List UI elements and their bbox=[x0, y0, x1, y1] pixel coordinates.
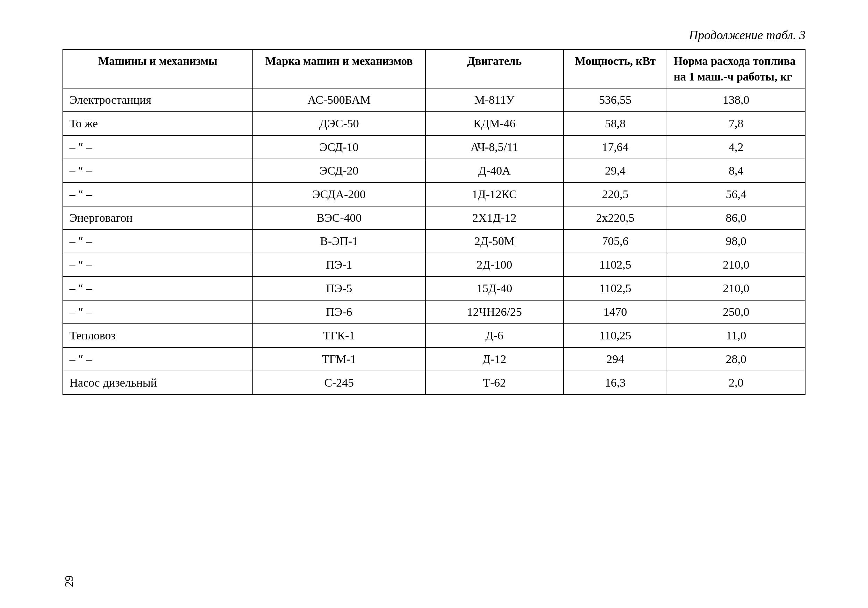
cell-fuel: 86,0 bbox=[667, 206, 805, 230]
cell-fuel: 56,4 bbox=[667, 183, 805, 206]
cell-engine: 12ЧН26/25 bbox=[425, 300, 564, 324]
cell-fuel: 210,0 bbox=[667, 253, 805, 277]
cell-brand: ПЭ-5 bbox=[253, 277, 425, 300]
table-row: То жеДЭС-50КДМ-4658,87,8 bbox=[63, 112, 805, 135]
cell-engine: 15Д-40 bbox=[425, 277, 564, 300]
cell-power: 58,8 bbox=[564, 112, 667, 135]
cell-fuel: 7,8 bbox=[667, 112, 805, 135]
cell-fuel: 2,0 bbox=[667, 371, 805, 395]
continuation-title: Продолжение табл. 3 bbox=[62, 28, 806, 42]
cell-engine: М-811У bbox=[425, 88, 564, 112]
cell-engine: КДМ-46 bbox=[425, 112, 564, 135]
cell-machine: То же bbox=[63, 112, 253, 135]
table-row: – ″ –ЭСД-20Д-40А29,48,4 bbox=[63, 159, 805, 183]
cell-power: 110,25 bbox=[564, 324, 667, 347]
cell-brand: С-245 bbox=[253, 371, 425, 395]
header-power: Мощность, кВт bbox=[564, 50, 667, 88]
cell-fuel: 8,4 bbox=[667, 159, 805, 183]
cell-brand: ТГМ-1 bbox=[253, 347, 425, 371]
cell-engine: 2Д-100 bbox=[425, 253, 564, 277]
cell-power: 17,64 bbox=[564, 135, 667, 159]
table-row: – ″ –В-ЭП-12Д-50М705,698,0 bbox=[63, 229, 805, 253]
cell-brand: АС-500БАМ bbox=[253, 88, 425, 112]
cell-machine: – ″ – bbox=[63, 347, 253, 371]
cell-fuel: 138,0 bbox=[667, 88, 805, 112]
cell-machine: – ″ – bbox=[63, 277, 253, 300]
header-fuel: Норма расхода топлива на 1 маш.-ч работы… bbox=[667, 50, 805, 88]
cell-power: 29,4 bbox=[564, 159, 667, 183]
table-row: – ″ –ПЭ-612ЧН26/251470250,0 bbox=[63, 300, 805, 324]
cell-brand: В-ЭП-1 bbox=[253, 229, 425, 253]
table-row: ТепловозТГК-1Д-6110,2511,0 bbox=[63, 324, 805, 347]
cell-machine: – ″ – bbox=[63, 183, 253, 206]
cell-power: 1470 bbox=[564, 300, 667, 324]
cell-machine: – ″ – bbox=[63, 229, 253, 253]
cell-fuel: 98,0 bbox=[667, 229, 805, 253]
cell-machine: – ″ – bbox=[63, 300, 253, 324]
cell-fuel: 210,0 bbox=[667, 277, 805, 300]
cell-engine: АЧ-8,5/11 bbox=[425, 135, 564, 159]
cell-fuel: 250,0 bbox=[667, 300, 805, 324]
page-number: 29 bbox=[62, 576, 76, 587]
cell-machine: – ″ – bbox=[63, 253, 253, 277]
header-brand: Марка машин и механизмов bbox=[253, 50, 425, 88]
cell-machine: Электростанция bbox=[63, 88, 253, 112]
cell-power: 536,55 bbox=[564, 88, 667, 112]
cell-brand: ЭСДА-200 bbox=[253, 183, 425, 206]
table-row: – ″ –ЭСДА-2001Д-12КС220,556,4 bbox=[63, 183, 805, 206]
header-engine: Двигатель bbox=[425, 50, 564, 88]
header-machines: Машины и механизмы bbox=[63, 50, 253, 88]
cell-brand: ВЭС-400 bbox=[253, 206, 425, 230]
cell-engine: Т-62 bbox=[425, 371, 564, 395]
table-row: – ″ –ПЭ-515Д-401102,5210,0 bbox=[63, 277, 805, 300]
cell-brand: ТГК-1 bbox=[253, 324, 425, 347]
cell-brand: ЭСД-10 bbox=[253, 135, 425, 159]
cell-fuel: 11,0 bbox=[667, 324, 805, 347]
cell-machine: Тепловоз bbox=[63, 324, 253, 347]
table-row: – ″ –ЭСД-10АЧ-8,5/1117,644,2 bbox=[63, 135, 805, 159]
cell-power: 2х220,5 bbox=[564, 206, 667, 230]
cell-machine: Энерговагон bbox=[63, 206, 253, 230]
table-row: Насос дизельныйС-245Т-6216,32,0 bbox=[63, 371, 805, 395]
cell-machine: – ″ – bbox=[63, 135, 253, 159]
cell-engine: 2Д-50М bbox=[425, 229, 564, 253]
cell-engine: Д-6 bbox=[425, 324, 564, 347]
cell-engine: 2Х1Д-12 bbox=[425, 206, 564, 230]
cell-brand: ЭСД-20 bbox=[253, 159, 425, 183]
cell-power: 1102,5 bbox=[564, 253, 667, 277]
cell-engine: 1Д-12КС bbox=[425, 183, 564, 206]
table-row: ЭлектростанцияАС-500БАММ-811У536,55138,0 bbox=[63, 88, 805, 112]
cell-fuel: 4,2 bbox=[667, 135, 805, 159]
table-row: ЭнерговагонВЭС-4002Х1Д-122х220,586,0 bbox=[63, 206, 805, 230]
cell-brand: ПЭ-1 bbox=[253, 253, 425, 277]
page: Продолжение табл. 3 Машины и механизмы М… bbox=[0, 0, 868, 608]
cell-fuel: 28,0 bbox=[667, 347, 805, 371]
cell-power: 1102,5 bbox=[564, 277, 667, 300]
cell-brand: ПЭ-6 bbox=[253, 300, 425, 324]
cell-brand: ДЭС-50 bbox=[253, 112, 425, 135]
cell-machine: – ″ – bbox=[63, 159, 253, 183]
table-row: – ″ –ПЭ-12Д-1001102,5210,0 bbox=[63, 253, 805, 277]
cell-engine: Д-12 bbox=[425, 347, 564, 371]
cell-power: 220,5 bbox=[564, 183, 667, 206]
table-row: – ″ –ТГМ-1Д-1229428,0 bbox=[63, 347, 805, 371]
cell-power: 705,6 bbox=[564, 229, 667, 253]
main-table: Машины и механизмы Марка машин и механиз… bbox=[62, 49, 806, 395]
cell-machine: Насос дизельный bbox=[63, 371, 253, 395]
cell-engine: Д-40А bbox=[425, 159, 564, 183]
cell-power: 16,3 bbox=[564, 371, 667, 395]
cell-power: 294 bbox=[564, 347, 667, 371]
